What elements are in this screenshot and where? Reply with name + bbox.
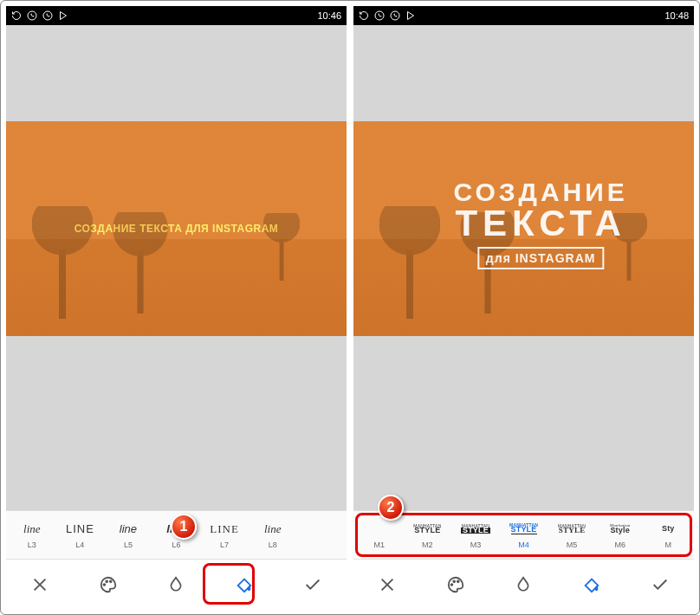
overlay-line3: для INSTAGRAM <box>477 247 605 269</box>
style-code: M2 <box>422 541 433 549</box>
style-option-L5[interactable]: lineL5 <box>104 511 152 559</box>
bottom-toolbar <box>6 559 347 609</box>
svg-point-9 <box>457 580 459 582</box>
paint-bucket-button[interactable] <box>573 566 611 604</box>
status-bar: 10:48 <box>353 6 694 25</box>
clock-time: 10:48 <box>664 10 689 21</box>
callout-badge-1: 1 <box>171 514 197 540</box>
viber-icon-2 <box>390 10 400 21</box>
paint-bucket-button[interactable] <box>225 566 263 604</box>
style-preview: MANHATTANSTYLE <box>558 521 586 537</box>
style-preview: line <box>264 521 282 537</box>
text-overlay[interactable]: СОЗДАНИЕ ТЕКСТА для INSTAGRAM <box>453 179 627 269</box>
text-overlay[interactable]: СОЗДАНИЕ ТЕКСТА ДЛЯ INSTAGRAM <box>75 223 279 235</box>
drop-button[interactable] <box>504 566 542 604</box>
refresh-icon <box>359 10 369 21</box>
style-code: L8 <box>269 541 277 549</box>
style-option-L8[interactable]: lineL8 <box>249 511 297 559</box>
style-code: M1 <box>374 541 386 549</box>
photo-preview: СОЗДАНИЕ ТЕКСТА ДЛЯ INSTAGRAM <box>6 121 347 336</box>
viber-icon-2 <box>42 10 53 21</box>
style-preview: ManhattanStyle <box>610 521 631 537</box>
style-option-L4[interactable]: LINEL4 <box>56 511 105 559</box>
style-option-M2[interactable]: MANHATTANSTYLEM2 <box>404 511 452 559</box>
confirm-button[interactable] <box>294 566 332 604</box>
style-option-M5[interactable]: MANHATTANSTYLEM5 <box>548 511 596 559</box>
drop-button[interactable] <box>157 566 195 604</box>
style-option-M6[interactable]: ManhattanStyleM6 <box>596 511 645 559</box>
confirm-button[interactable] <box>641 566 679 604</box>
overlay-line2: ТЕКСТА <box>453 205 627 242</box>
style-option-L3[interactable]: lineL3 <box>8 511 56 559</box>
palette-button[interactable] <box>437 566 475 604</box>
bottom-toolbar <box>353 559 694 609</box>
style-preview: MANHATTANSTYLE <box>461 521 490 537</box>
style-code: M6 <box>614 541 625 549</box>
callout-badge-2: 2 <box>378 495 404 521</box>
svg-point-3 <box>106 580 107 582</box>
style-code: L3 <box>28 541 36 549</box>
style-code: L5 <box>124 541 133 549</box>
overlay-line1: СОЗДАНИЕ <box>453 179 627 205</box>
style-option-L7[interactable]: LINEL7 <box>200 511 249 559</box>
style-preview: line <box>120 521 137 537</box>
clock-time: 10:46 <box>317 10 341 21</box>
editor-canvas[interactable]: СОЗДАНИЕ ТЕКСТА ДЛЯ INSTAGRAM <box>6 25 347 510</box>
style-preview: Sty <box>662 521 675 537</box>
viber-icon <box>27 10 37 21</box>
style-preview: LINE <box>210 521 239 537</box>
editor-canvas[interactable]: СОЗДАНИЕ ТЕКСТА для INSTAGRAM <box>353 25 694 510</box>
refresh-icon <box>11 10 22 21</box>
style-option-M[interactable]: StyM <box>644 511 692 559</box>
photo-preview: СОЗДАНИЕ ТЕКСТА для INSTAGRAM <box>353 121 694 336</box>
play-icon <box>58 10 68 21</box>
svg-point-4 <box>110 580 112 582</box>
style-option-M4[interactable]: MANHATTANSTYLEM4 <box>500 511 548 559</box>
play-icon <box>405 10 416 21</box>
phone-right: 10:48 СОЗДАНИЕ ТЕКСТА для INSTAGRAM M1MA… <box>353 6 694 609</box>
viber-icon <box>374 10 385 21</box>
style-preview: MANHATTANSTYLE <box>509 521 538 537</box>
style-preview: MANHATTANSTYLE <box>413 521 441 537</box>
style-code: L7 <box>220 541 229 549</box>
style-option-M3[interactable]: MANHATTANSTYLEM3 <box>451 511 500 559</box>
style-code: M5 <box>567 541 578 549</box>
style-code: M <box>665 541 672 549</box>
style-preview: line <box>23 521 41 537</box>
svg-point-8 <box>453 580 455 582</box>
style-option-6[interactable] <box>296 511 345 559</box>
style-selector-strip[interactable]: M1MANHATTANSTYLEM2MANHATTANSTYLEM3MANHAT… <box>353 510 694 559</box>
style-code: M3 <box>470 541 482 549</box>
svg-point-2 <box>103 584 105 586</box>
phone-left: 10:46 СОЗДАНИЕ ТЕКСТА ДЛЯ INSTAGRAM line… <box>6 6 347 609</box>
close-button[interactable] <box>21 566 59 604</box>
style-code: M4 <box>518 541 529 549</box>
style-code: L4 <box>75 541 84 549</box>
close-button[interactable] <box>368 566 406 604</box>
svg-point-7 <box>450 584 452 586</box>
status-bar: 10:46 <box>6 6 347 25</box>
style-code: L6 <box>172 541 181 549</box>
palette-button[interactable] <box>89 566 127 604</box>
style-preview: LINE <box>66 521 94 537</box>
